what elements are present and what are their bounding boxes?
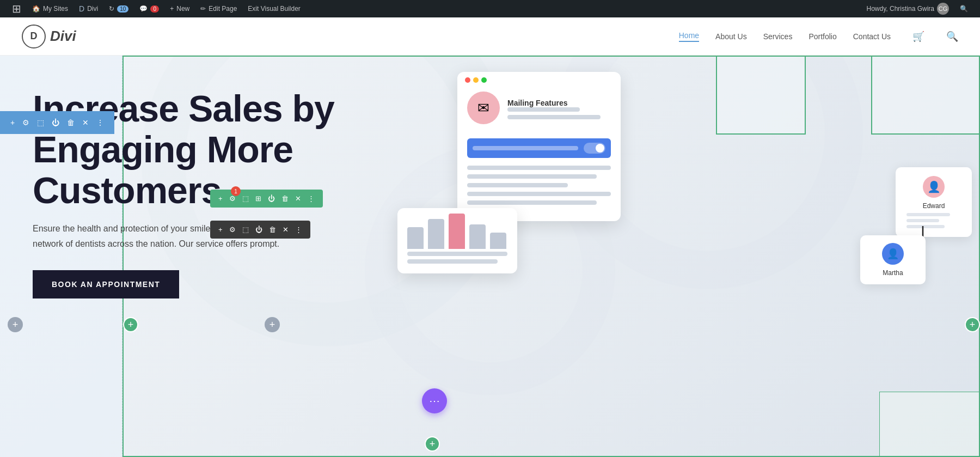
martha-name: Martha (870, 269, 916, 277)
mt2-settings-icon[interactable]: ⚙ (226, 224, 238, 235)
edward-avatar: 👤 (923, 176, 945, 198)
mockup-line-1 (507, 107, 580, 112)
section-disable-icon[interactable]: ⏻ (50, 116, 62, 129)
mt1-add-icon[interactable]: + (216, 193, 225, 204)
bar-3 (449, 214, 465, 249)
edward-avatar-icon: 👤 (927, 180, 941, 193)
chart-line-1 (407, 252, 507, 256)
mt2-add-icon[interactable]: + (216, 224, 225, 235)
martha-card: 👤 Martha (860, 235, 926, 284)
mailing-icon-circle: ✉ (467, 92, 500, 124)
search-button[interactable]: 🔍 (954, 0, 973, 17)
divi-logo-icon: D (79, 4, 84, 13)
exit-builder-label: Exit Visual Builder (248, 5, 301, 13)
mockup-main-window: ✉ Mailing Features (457, 72, 621, 221)
my-sites-label: My Sites (43, 5, 68, 13)
site-logo: D Divi (22, 25, 76, 48)
add-col-mid[interactable]: + (265, 317, 280, 332)
mt1-close-icon[interactable]: ✕ (292, 193, 304, 204)
my-sites[interactable]: 🏠 My Sites (27, 0, 74, 17)
purple-dots-button[interactable]: ⋯ (422, 388, 447, 413)
logo-text: Divi (50, 28, 76, 45)
howdy-user[interactable]: Howdy, Christina Gwira CG (861, 0, 954, 17)
mt1-columns-icon[interactable]: ⊞ (253, 193, 264, 204)
comments-menu[interactable]: 💬 0 (134, 0, 164, 17)
hero-left: Increase Sales by Engaging More Customer… (0, 56, 414, 320)
add-row-col-1[interactable]: + (123, 317, 138, 332)
edit-icon: ✏ (200, 5, 206, 13)
section-close-icon[interactable]: ✕ (80, 116, 91, 129)
nav-portfolio[interactable]: Portfolio (808, 32, 836, 41)
nav-about[interactable]: About Us (715, 32, 747, 41)
bar-5 (490, 233, 506, 249)
dot-red (465, 77, 470, 83)
martha-avatar: 👤 (882, 243, 904, 265)
nav-services[interactable]: Services (763, 32, 793, 41)
new-label: New (176, 5, 189, 13)
edward-line-1 (906, 213, 950, 216)
add-row-right[interactable]: + (965, 317, 980, 332)
site-nav: Home About Us Services Portfolio Contact… (679, 31, 958, 42)
edit-page[interactable]: ✏ Edit Page (195, 0, 242, 17)
chart-line-2 (407, 259, 498, 264)
search-icon: 🔍 (960, 5, 968, 13)
toggle-pill[interactable] (584, 143, 605, 154)
cart-icon[interactable]: 🛒 (912, 31, 924, 42)
dot-yellow (473, 77, 479, 83)
mt1-delete-icon[interactable]: 🗑 (279, 193, 291, 204)
search-nav-icon[interactable]: 🔍 (946, 31, 958, 42)
comments-count: 0 (150, 5, 159, 13)
mockup-toggle-bar (467, 138, 611, 158)
edward-card: 👤 Edward (896, 167, 972, 237)
wp-logo[interactable]: ⊞ (7, 0, 27, 17)
line-long-1 (467, 166, 611, 170)
admin-bar: ⊞ 🏠 My Sites D Divi ↻ 10 💬 0 + New ✏ Edi… (0, 0, 980, 17)
refresh-icon: ↻ (109, 5, 114, 13)
nav-home[interactable]: Home (679, 31, 699, 42)
section-settings-icon[interactable]: ⚙ (20, 116, 32, 129)
mt2-duplicate-icon[interactable]: ⬚ (240, 224, 252, 235)
edit-page-label: Edit Page (209, 5, 237, 13)
module-toolbar-2: + ⚙ ⬚ ⏻ 🗑 ✕ ⋮ (210, 221, 310, 239)
mockup-chart-window (397, 208, 517, 273)
line-short-1 (467, 183, 568, 187)
line-med-2 (467, 200, 597, 205)
updates-count: 10 (117, 5, 128, 13)
site-header: D Divi Home About Us Services Portfolio … (0, 17, 980, 56)
section-duplicate-icon[interactable]: ⬚ (35, 116, 46, 129)
chart-bars (397, 208, 517, 252)
book-appointment-button[interactable]: Book An Appointment (33, 270, 179, 298)
line-med-1 (467, 174, 597, 179)
mt2-delete-icon[interactable]: 🗑 (266, 224, 279, 235)
toggle-bar-line (473, 146, 578, 150)
window-traffic-lights (457, 72, 621, 86)
toggle-knob (596, 144, 604, 153)
add-row-bottom-left[interactable]: + (425, 436, 440, 452)
add-col-left[interactable]: + (8, 317, 23, 332)
edward-line-2 (906, 219, 939, 222)
mt1-disable-icon[interactable]: ⏻ (265, 193, 278, 204)
main-content: + ⚙ ⬚ ⏻ 🗑 ✕ ⋮ 1 + ⚙ ⬚ ⊞ ⏻ 🗑 ✕ ⋮ + ⚙ ⬚ ⏻ … (0, 56, 980, 457)
mt2-more-icon[interactable]: ⋮ (292, 224, 305, 235)
mockup-lines-group (467, 162, 611, 211)
section-delete-icon[interactable]: 🗑 (65, 116, 77, 129)
user-avatar: CG (937, 3, 949, 15)
mt1-more-icon[interactable]: ⋮ (305, 193, 317, 204)
divi-menu[interactable]: D Divi (74, 0, 103, 17)
mt2-close-icon[interactable]: ✕ (280, 224, 291, 235)
section-more-icon[interactable]: ⋮ (94, 116, 106, 129)
updates-menu[interactable]: ↻ 10 (103, 0, 134, 17)
nav-contact[interactable]: Contact Us (853, 32, 891, 41)
new-menu[interactable]: + New (164, 0, 195, 17)
line-long-2 (467, 192, 611, 196)
mt2-disable-icon[interactable]: ⏻ (253, 224, 265, 235)
section-add-icon[interactable]: + (8, 116, 17, 129)
edward-name: Edward (906, 202, 961, 210)
mt1-duplicate-icon[interactable]: ⬚ (240, 193, 252, 204)
martha-avatar-icon: 👤 (887, 248, 899, 260)
divi-label: Divi (87, 5, 98, 13)
module-badge: 1 (231, 186, 241, 196)
exit-builder[interactable]: Exit Visual Builder (242, 0, 306, 17)
comment-icon: 💬 (139, 5, 148, 13)
mockup-line-2 (507, 115, 601, 119)
